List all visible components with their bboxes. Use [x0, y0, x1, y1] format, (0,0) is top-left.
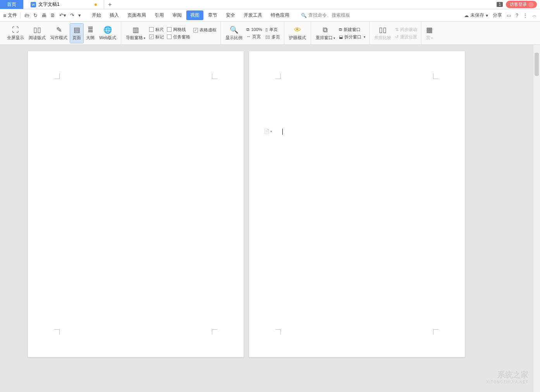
- tab-view[interactable]: 视图: [186, 10, 203, 20]
- fullscreen-button[interactable]: ⛶全屏显示: [5, 23, 26, 43]
- refresh-icon[interactable]: ↻: [33, 12, 38, 18]
- tabbar-right: 1 访客登录: [497, 0, 540, 9]
- tab-security[interactable]: 安全: [222, 10, 239, 20]
- read-layout-button[interactable]: ▯▯阅读版式: [26, 23, 48, 43]
- scrollbar-thumb[interactable]: [535, 53, 539, 76]
- print-preview-icon[interactable]: 🗎: [50, 12, 55, 18]
- vertical-scrollbar[interactable]: [533, 45, 540, 392]
- page-1[interactable]: [28, 51, 244, 357]
- split-window-button[interactable]: ⬓拆分窗口▾: [339, 34, 365, 40]
- tab-references[interactable]: 引用: [151, 10, 168, 20]
- menubar-right: ☁未保存 ▾ 分享 ▭ ? ⋮ ︿: [464, 12, 537, 19]
- watermark: 系统之家 XITONGZHIJIA.NET: [486, 370, 528, 384]
- one-page-button[interactable]: ▯单页: [265, 27, 280, 33]
- write-mode-button[interactable]: ✎写作模式: [48, 23, 70, 43]
- login-label: 访客登录: [510, 2, 527, 7]
- checkbox-icon: [167, 27, 172, 32]
- new-window-icon: ⧉: [339, 27, 342, 32]
- taskpane-label: 任务窗格: [173, 34, 190, 40]
- group-macro: ▦宏▾: [421, 22, 437, 45]
- undo-icon[interactable]: ↶▾: [59, 12, 66, 18]
- zoom-col1: ⧉100% ↔页宽: [245, 27, 263, 40]
- share-button[interactable]: 分享: [493, 12, 502, 19]
- margin-corner-icon: [275, 74, 281, 79]
- quick-access-toolbar: 🗁 ↻ 🖶 🗎 ↶▾ ↷ ▾: [20, 12, 85, 18]
- eye-care-label: 护眼模式: [289, 35, 306, 41]
- menu-bar: ≡ 文件 🗁 ↻ 🖶 🗎 ↶▾ ↷ ▾ 开始 插入 页面布局 引用 审阅 视图 …: [0, 9, 540, 22]
- taskpane-checkbox[interactable]: 任务窗格: [167, 34, 190, 40]
- one-page-icon: ▯: [265, 27, 268, 32]
- compare-icon: ▯▯: [379, 26, 387, 34]
- margin-corner-icon: [433, 74, 439, 79]
- paste-context-icon[interactable]: 📄▾: [264, 129, 272, 134]
- nav-pane-button[interactable]: ▥导航窗格▾: [124, 23, 148, 43]
- outline-button[interactable]: ≣大纲: [84, 23, 97, 43]
- collapse-ribbon-icon[interactable]: ︿: [532, 12, 537, 19]
- group-zoom: 🔍显示比例 ⧉100% ↔页宽 ▯单页 ▯▯多页: [221, 22, 284, 45]
- compare-col: ⇅同步滚动 ↺重设位置: [394, 27, 419, 40]
- window-icon[interactable]: ▭: [507, 13, 511, 18]
- qa-dropdown-icon[interactable]: ▾: [78, 12, 81, 18]
- gridlines-checkbox[interactable]: 网格线: [167, 27, 190, 33]
- tab-special[interactable]: 特色应用: [267, 10, 293, 20]
- hamburger-icon[interactable]: ≡: [3, 12, 6, 19]
- file-menu[interactable]: 文件: [8, 12, 17, 19]
- nav-pane-label: 导航窗格▾: [126, 35, 145, 41]
- checkbox-checked-icon: [193, 28, 198, 33]
- tab-developer[interactable]: 开发工具: [240, 10, 266, 20]
- search-icon: 🔍: [301, 13, 307, 18]
- reset-pos-icon: ↺: [395, 34, 399, 40]
- tab-review[interactable]: 审阅: [169, 10, 186, 20]
- tab-section[interactable]: 章节: [204, 10, 221, 20]
- multi-page-button[interactable]: ▯▯多页: [265, 34, 280, 40]
- multi-page-label: 多页: [272, 34, 280, 40]
- new-tab-button[interactable]: +: [104, 0, 116, 9]
- margin-corner-icon: [275, 329, 281, 335]
- zoom-100-button[interactable]: ⧉100%: [246, 27, 262, 32]
- redo-icon[interactable]: ↷: [70, 12, 74, 18]
- tab-home[interactable]: 首页: [0, 0, 24, 9]
- rearrange-label: 重排窗口▾: [316, 35, 335, 41]
- save-icon[interactable]: 🗁: [24, 12, 29, 18]
- web-layout-button[interactable]: 🌐Web版式: [97, 23, 119, 43]
- unsaved-dot-icon: [95, 3, 97, 6]
- zoom-100-label: 100%: [251, 27, 262, 32]
- web-layout-icon: 🌐: [103, 26, 112, 34]
- zoom-button[interactable]: 🔍显示比例: [223, 23, 245, 43]
- fullscreen-label: 全屏显示: [7, 35, 24, 41]
- outline-icon: ≣: [88, 26, 93, 34]
- sync-scroll-button: ⇅同步滚动: [395, 27, 417, 33]
- more-icon[interactable]: ⋮: [523, 13, 528, 18]
- page-view-label: 页面: [72, 35, 81, 41]
- notification-badge[interactable]: 1: [497, 2, 503, 7]
- guest-login-button[interactable]: 访客登录: [506, 1, 537, 8]
- help-icon[interactable]: ?: [516, 13, 518, 18]
- markup-checkbox[interactable]: 标记: [149, 34, 164, 40]
- tab-insert[interactable]: 插入: [106, 10, 123, 20]
- tab-start[interactable]: 开始: [88, 10, 105, 20]
- page-view-button[interactable]: ▤页面: [70, 23, 84, 43]
- margin-corner-icon: [54, 74, 60, 79]
- group-compare: ▯▯并排比较 ⇅同步滚动 ↺重设位置: [370, 22, 421, 45]
- page-width-button[interactable]: ↔页宽: [246, 34, 262, 40]
- read-layout-icon: ▯▯: [33, 26, 41, 34]
- table-guides-label: 表格虚框: [199, 27, 217, 33]
- tab-page-layout[interactable]: 页面布局: [124, 10, 150, 20]
- eye-care-button[interactable]: 👁护眼模式: [287, 23, 308, 43]
- document-canvas[interactable]: 📄▾: [0, 45, 533, 392]
- zoom-100-icon: ⧉: [246, 27, 249, 32]
- watermark-title: 系统之家: [497, 370, 528, 380]
- rearrange-window-button[interactable]: ⧉重排窗口▾: [313, 23, 337, 43]
- page-2[interactable]: 📄▾: [249, 51, 465, 357]
- zoom-col2: ▯单页 ▯▯多页: [264, 27, 282, 40]
- split-window-icon: ⬓: [339, 34, 343, 40]
- table-guides-checkbox[interactable]: 表格虚框: [193, 27, 217, 33]
- search-placeholder: 查找命令、搜索模板: [308, 12, 350, 19]
- ruler-checkbox[interactable]: 标尺: [149, 27, 164, 33]
- print-icon[interactable]: 🖶: [41, 12, 46, 18]
- ribbon-tabs: 开始 插入 页面布局 引用 审阅 视图 章节 安全 开发工具 特色应用: [88, 10, 293, 20]
- command-search[interactable]: 🔍 查找命令、搜索模板: [301, 12, 350, 19]
- tab-document[interactable]: W 文字文稿1: [24, 0, 104, 9]
- new-window-button[interactable]: ⧉新建窗口: [339, 27, 365, 33]
- save-status[interactable]: ☁未保存 ▾: [464, 12, 488, 19]
